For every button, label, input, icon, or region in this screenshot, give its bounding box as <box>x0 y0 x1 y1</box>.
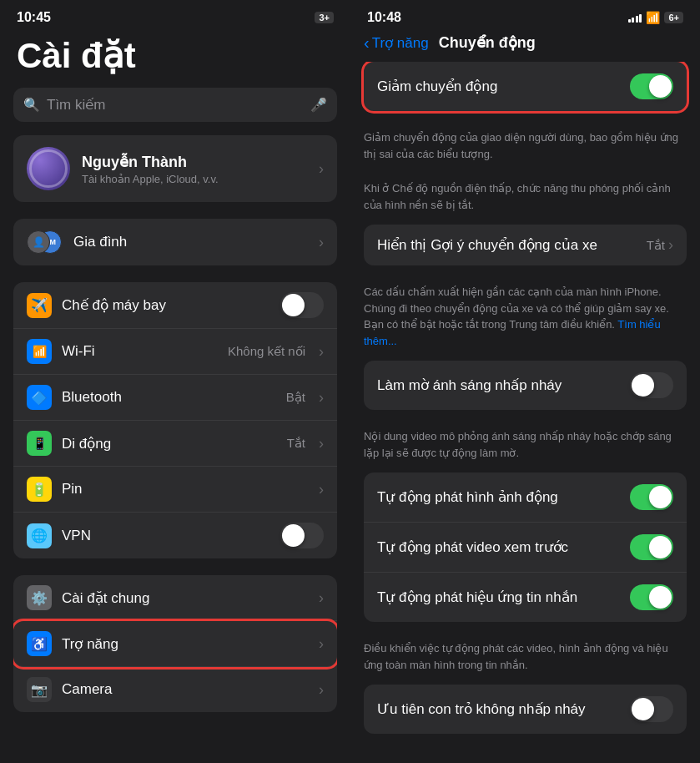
reduce-motion-toggle[interactable] <box>630 73 673 99</box>
settings-item-accessibility[interactable]: ♿ Trợ năng › <box>13 621 337 667</box>
search-bar[interactable]: 🔍 Tìm kiếm 🎤 <box>13 88 337 122</box>
toggle-knob-reduce <box>649 75 672 98</box>
settings-item-battery[interactable]: 🔋 Pin › <box>13 467 337 513</box>
status-icons-left: 3+ <box>315 12 334 23</box>
reduce-motion-label: Giảm chuyển động <box>377 78 630 95</box>
accessibility-label: Trợ năng <box>62 635 309 653</box>
bluetooth-icon: 🔷 <box>27 385 52 410</box>
profile-info: Nguyễn Thành Tài khoản Apple, iCloud, v.… <box>82 153 307 185</box>
wifi-icon: 📶 <box>27 339 52 364</box>
settings-item-vpn[interactable]: 🌐 VPN <box>13 513 337 558</box>
left-panel: 10:45 3+ Cài đặt 🔍 Tìm kiếm 🎤 Nguyễn Thà… <box>0 0 350 763</box>
toggle-knob-cursor <box>632 698 654 720</box>
auto-play-video-label: Tự động phát video xem trước <box>377 538 630 556</box>
battery-chevron-icon: › <box>319 481 324 498</box>
battery-badge-right: 6+ <box>664 12 683 23</box>
profile-row[interactable]: Nguyễn Thành Tài khoản Apple, iCloud, v.… <box>13 135 337 202</box>
page-title: Cài đặt <box>0 28 350 88</box>
auto-play-animated-row[interactable]: Tự động phát hình ảnh động <box>364 472 687 523</box>
nav-title: Chuyển động <box>439 33 536 52</box>
cursor-label: Ưu tiên con trỏ không nhấp nháy <box>377 700 630 718</box>
family-row[interactable]: 👤 AM Gia đình › <box>13 219 337 265</box>
reduce-motion-desc: Giảm chuyển động của giao diện người dùn… <box>350 121 700 174</box>
dim-flash-desc: Nội dung video mô phỏng ánh sáng nhấp nh… <box>350 420 700 472</box>
toggle-knob <box>282 294 305 316</box>
profile-name: Nguyễn Thành <box>82 153 307 171</box>
motion-suggestions-row[interactable]: Hiển thị Gợi ý chuyển động của xe Tắt › <box>364 225 687 265</box>
cellular-chevron-icon: › <box>319 435 324 452</box>
general-chevron-icon: › <box>319 589 324 607</box>
dim-flash-row[interactable]: Làm mờ ánh sáng nhấp nháy <box>364 361 687 410</box>
profile-chevron-icon: › <box>319 160 324 178</box>
camera-label: Camera <box>62 681 309 698</box>
settings-item-cellular[interactable]: 📱 Di động Tắt › <box>13 421 337 467</box>
back-button[interactable]: ‹ Trợ năng <box>364 34 429 52</box>
dim-flash-label: Làm mờ ánh sáng nhấp nháy <box>377 376 630 394</box>
vpn-toggle[interactable] <box>280 523 324 548</box>
signal-icon <box>628 13 642 23</box>
auto-play-video-toggle[interactable] <box>630 534 673 560</box>
cursor-toggle[interactable] <box>630 696 673 722</box>
toggle-knob-dim <box>632 374 654 397</box>
general-label: Cài đặt chung <box>62 589 309 607</box>
learn-more-link[interactable]: Tìm hiểu thêm... <box>364 318 661 347</box>
accessibility-icon: ♿ <box>27 631 52 656</box>
wifi-label: Wi-Fi <box>62 343 218 360</box>
bluetooth-label: Bluetooth <box>62 389 276 406</box>
bluetooth-chevron-icon: › <box>319 389 324 407</box>
motion-suggestions-value: Tắt <box>647 238 665 253</box>
cursor-row[interactable]: Ưu tiên con trỏ không nhấp nháy <box>364 685 687 734</box>
auto-play-msg-toggle[interactable] <box>630 584 673 610</box>
family-label: Gia đình <box>73 234 309 250</box>
vpn-label: VPN <box>62 528 270 544</box>
family-chevron-icon: › <box>319 234 324 251</box>
status-bar-left: 10:45 3+ <box>0 0 350 28</box>
auto-play-desc: Điều khiển việc tự động phát các video, … <box>350 632 700 685</box>
settings-item-wifi[interactable]: 📶 Wi-Fi Không kết nối › <box>13 329 337 375</box>
motion-suggestions-label: Hiển thị Gợi ý chuyển động của xe <box>377 236 647 254</box>
search-icon: 🔍 <box>23 97 40 113</box>
auto-play-msg-label: Tự động phát hiệu ứng tin nhắn <box>377 589 630 606</box>
motion-suggestions-desc: Các dấu chấm xuất hiện gần các cạnh của … <box>350 275 700 361</box>
search-placeholder: Tìm kiếm <box>47 96 304 114</box>
back-chevron-icon: ‹ <box>364 34 370 51</box>
settings-group-2: ⚙️ Cài đặt chung › ♿ Trợ năng › 📷 Camera… <box>13 575 337 712</box>
status-bar-right: 10:48 📶 6+ <box>350 0 700 28</box>
auto-play-msg-row[interactable]: Tự động phát hiệu ứng tin nhắn <box>364 573 687 622</box>
profile-sub: Tài khoản Apple, iCloud, v.v. <box>82 173 307 185</box>
battery-badge-left: 3+ <box>315 12 334 23</box>
camera-icon: 📷 <box>27 677 52 702</box>
airplane-toggle[interactable] <box>280 292 324 318</box>
nav-bar: ‹ Trợ năng Chuyển động <box>350 28 700 62</box>
family-avatar-1: 👤 <box>27 230 50 254</box>
dim-flash-card: Làm mờ ánh sáng nhấp nháy <box>364 361 687 410</box>
reduce-motion-row[interactable]: Giảm chuyển động <box>364 62 687 111</box>
auto-play-video-row[interactable]: Tự động phát video xem trước <box>364 523 687 573</box>
cellular-label: Di động <box>62 435 277 452</box>
wifi-chevron-icon: › <box>319 343 324 361</box>
accessibility-chevron-icon: › <box>319 635 324 653</box>
dim-flash-toggle[interactable] <box>630 372 673 398</box>
settings-item-general[interactable]: ⚙️ Cài đặt chung › <box>13 575 337 621</box>
toggle-knob-vpn <box>282 524 305 547</box>
settings-item-bluetooth[interactable]: 🔷 Bluetooth Bật › <box>13 375 337 421</box>
content-area: Giảm chuyển động Giảm chuyển động của gi… <box>350 62 700 758</box>
settings-item-airplane[interactable]: ✈️ Chế độ máy bay <box>13 282 337 329</box>
cellular-icon: 📱 <box>27 431 52 456</box>
reduce-motion-card: Giảm chuyển động <box>364 62 687 111</box>
profile-section[interactable]: Nguyễn Thành Tài khoản Apple, iCloud, v.… <box>13 135 337 202</box>
motion-suggestions-chevron-icon: › <box>668 236 673 254</box>
settings-item-camera[interactable]: 📷 Camera › <box>13 667 337 712</box>
low-power-desc: Khi ở Chế độ nguồn điện thấp, chức năng … <box>350 174 700 225</box>
mic-icon: 🎤 <box>310 97 327 113</box>
battery-label: Pin <box>62 481 309 498</box>
motion-suggestions-card: Hiển thị Gợi ý chuyển động của xe Tắt › <box>364 225 687 265</box>
toggle-knob-ap1 <box>649 486 672 508</box>
bluetooth-value: Bật <box>286 390 305 405</box>
wifi-status-icon: 📶 <box>646 11 660 24</box>
battery-icon: 🔋 <box>27 477 52 502</box>
right-panel: 10:48 📶 6+ ‹ Trợ năng Chuyển động Giảm c… <box>350 0 700 763</box>
general-icon: ⚙️ <box>27 585 52 610</box>
auto-play-animated-toggle[interactable] <box>630 484 673 510</box>
time-right: 10:48 <box>367 10 401 25</box>
